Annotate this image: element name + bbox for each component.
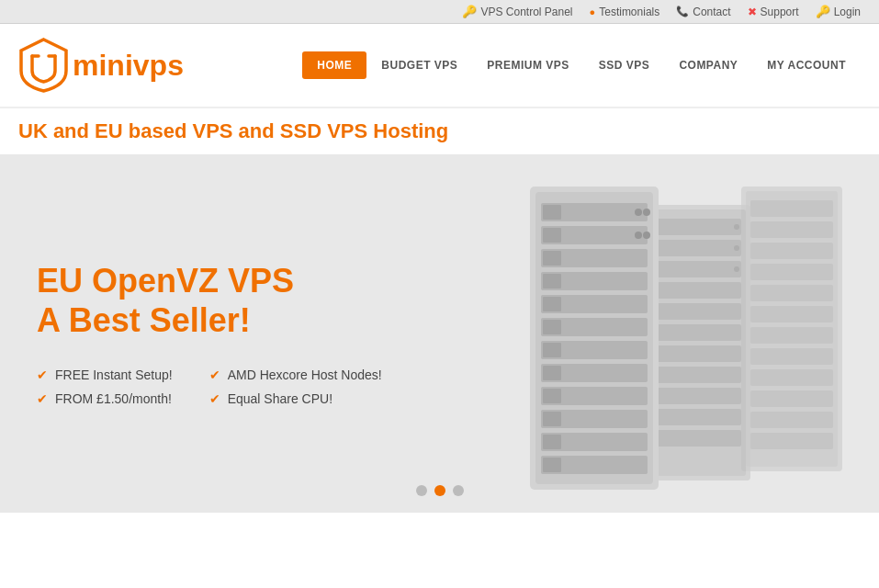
svg-rect-18 <box>649 219 741 235</box>
feature-4-label: Equal Share CPU! <box>228 391 332 406</box>
vps-control-panel-label: VPS Control Panel <box>480 6 572 18</box>
nav-premium-vps[interactable]: PREMIUM VPS <box>472 51 584 79</box>
login-key-icon: 🔑 <box>816 5 830 18</box>
contact-label: Contact <box>693 6 730 18</box>
nav-company[interactable]: COMPANY <box>664 51 752 79</box>
slider-heading-line1: EU OpenVZ VPS <box>37 261 842 300</box>
svg-rect-28 <box>649 430 741 447</box>
nav-home[interactable]: HOME <box>302 51 366 79</box>
svg-point-29 <box>734 224 739 230</box>
svg-rect-5 <box>750 221 833 238</box>
slider-features: ✔ FREE Instant Setup! ✔ FROM £1.50/month… <box>37 368 842 406</box>
header: minivps HOME BUDGET VPS PREMIUM VPS SSD … <box>0 24 879 108</box>
feature-2-label: FROM £1.50/month! <box>55 391 172 406</box>
svg-point-58 <box>635 209 642 216</box>
support-label: Support <box>761 6 799 18</box>
svg-rect-4 <box>750 200 833 217</box>
svg-rect-6 <box>750 243 833 259</box>
nav-my-account[interactable]: MY ACCOUNT <box>752 51 861 79</box>
features-right: ✔ AMD Hexcore Host Nodes! ✔ Equal Share … <box>209 368 382 406</box>
dot-3[interactable] <box>453 485 464 496</box>
logo-mini: mini <box>73 49 133 82</box>
feature-3: ✔ AMD Hexcore Host Nodes! <box>209 368 382 382</box>
nav-budget-vps[interactable]: BUDGET VPS <box>366 51 472 79</box>
logo-vps: vps <box>133 49 184 82</box>
check-icon-4: ✔ <box>209 391 220 406</box>
vps-control-panel-link[interactable]: 🔑 VPS Control Panel <box>462 5 572 18</box>
logo-text: minivps <box>73 49 184 83</box>
logo[interactable]: minivps <box>18 38 184 93</box>
feature-4: ✔ Equal Share CPU! <box>209 391 382 406</box>
testimonials-link[interactable]: ● Testimonials <box>590 6 660 18</box>
logo-icon <box>18 38 69 93</box>
nav-ssd-vps[interactable]: SSD VPS <box>584 51 665 79</box>
support-link[interactable]: ✖ Support <box>748 6 799 18</box>
hero-slider: EU OpenVZ VPS A Best Seller! ✔ FREE Inst… <box>0 154 879 513</box>
svg-rect-56 <box>543 435 561 449</box>
key-icon: 🔑 <box>462 5 477 18</box>
top-bar: 🔑 VPS Control Panel ● Testimonials 📞 Con… <box>0 0 879 24</box>
svg-point-60 <box>635 232 642 239</box>
slider-content: EU OpenVZ VPS A Best Seller! ✔ FREE Inst… <box>37 261 842 406</box>
login-label: Login <box>834 6 861 18</box>
svg-point-30 <box>734 245 739 251</box>
testimonials-label: Testimonials <box>599 6 659 18</box>
support-icon: ✖ <box>748 6 757 18</box>
feature-3-label: AMD Hexcore Host Nodes! <box>228 368 382 382</box>
svg-rect-27 <box>649 409 741 425</box>
check-icon-3: ✔ <box>209 368 220 382</box>
svg-rect-15 <box>750 433 833 449</box>
phone-icon: 📞 <box>676 6 689 17</box>
features-left: ✔ FREE Instant Setup! ✔ FROM £1.50/month… <box>37 368 173 406</box>
feature-1-label: FREE Instant Setup! <box>55 368 173 382</box>
slider-heading-line2: A Best Seller! <box>37 300 842 340</box>
hero-title-bar: UK and EU based VPS and SSD VPS Hosting <box>0 108 879 154</box>
check-icon-2: ✔ <box>37 391 48 406</box>
svg-rect-47 <box>543 228 561 243</box>
svg-rect-57 <box>543 458 561 472</box>
svg-point-59 <box>643 209 650 216</box>
slider-dots <box>416 485 464 496</box>
svg-point-61 <box>643 232 650 239</box>
svg-rect-46 <box>543 205 561 220</box>
star-icon: ● <box>590 6 596 17</box>
svg-rect-55 <box>543 412 561 426</box>
feature-2: ✔ FROM £1.50/month! <box>37 391 173 406</box>
feature-1: ✔ FREE Instant Setup! <box>37 368 173 382</box>
slider-heading: EU OpenVZ VPS A Best Seller! <box>37 261 842 340</box>
svg-rect-14 <box>750 412 833 428</box>
svg-rect-19 <box>649 240 741 256</box>
dot-2[interactable] <box>434 485 445 496</box>
contact-link[interactable]: 📞 Contact <box>676 6 730 18</box>
login-link[interactable]: 🔑 Login <box>816 5 861 18</box>
dot-1[interactable] <box>416 485 427 496</box>
main-nav: HOME BUDGET VPS PREMIUM VPS SSD VPS COMP… <box>302 51 861 79</box>
hero-title: UK and EU based VPS and SSD VPS Hosting <box>18 119 861 143</box>
check-icon-1: ✔ <box>37 368 48 382</box>
